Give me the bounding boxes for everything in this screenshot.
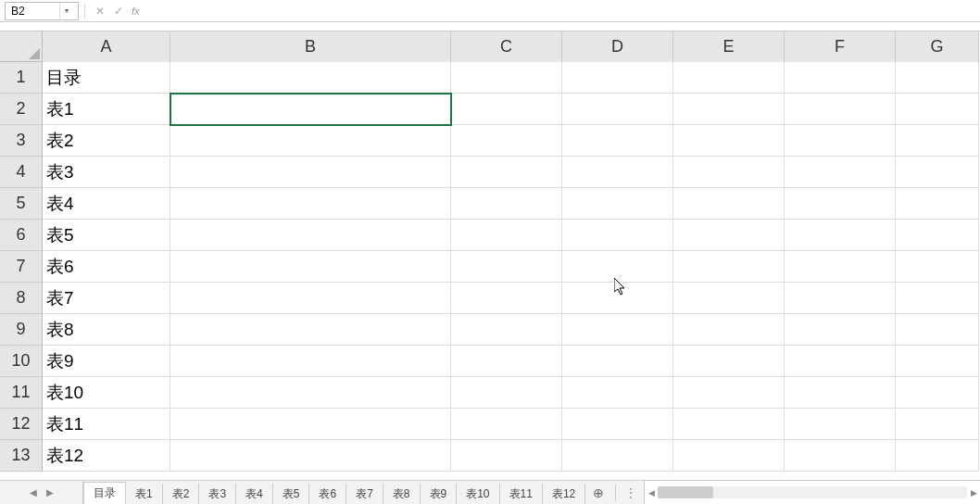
cell[interactable] [896, 283, 979, 314]
sheet-tab[interactable]: 表6 [309, 484, 346, 504]
cell[interactable] [785, 377, 896, 409]
cell[interactable] [562, 188, 673, 220]
cell[interactable] [673, 157, 785, 188]
sheet-tab[interactable]: 表10 [457, 484, 499, 504]
cell[interactable] [673, 251, 785, 283]
grid-body[interactable]: 目录表1表2表3表4表5表6表7表8表9表10表11表12 [43, 62, 979, 472]
cell[interactable] [896, 409, 979, 440]
select-all-corner[interactable] [0, 32, 43, 62]
sheet-tab[interactable]: 表1 [126, 484, 163, 504]
cell[interactable]: 表8 [43, 314, 170, 346]
row-header-10[interactable]: 10 [0, 346, 42, 377]
name-box-dropdown-icon[interactable]: ▾ [59, 3, 72, 19]
cell[interactable] [673, 377, 785, 409]
cell[interactable] [896, 220, 979, 251]
sheet-tab[interactable]: 目录 [83, 482, 126, 504]
cell[interactable] [170, 440, 451, 472]
nav-next-icon[interactable]: ▶ [44, 486, 57, 499]
cell[interactable]: 表7 [43, 283, 170, 314]
sheet-tab[interactable]: 表8 [383, 484, 421, 504]
cell[interactable] [451, 220, 562, 251]
cell[interactable] [451, 188, 562, 220]
cell[interactable] [896, 440, 979, 472]
cell[interactable] [673, 94, 785, 125]
fx-icon[interactable]: fx [132, 6, 140, 17]
cell[interactable] [562, 283, 673, 314]
row-header-2[interactable]: 2 [0, 94, 42, 125]
scroll-left-icon[interactable]: ◀ [645, 481, 658, 504]
cell[interactable]: 表2 [43, 125, 170, 157]
sheet-tab[interactable]: 表9 [421, 484, 458, 504]
cell[interactable] [451, 409, 562, 440]
cell[interactable] [170, 94, 451, 125]
row-header-5[interactable]: 5 [0, 188, 42, 220]
cell[interactable] [785, 94, 896, 125]
column-header-E[interactable]: E [673, 32, 785, 62]
cell[interactable] [170, 220, 451, 251]
cell[interactable] [673, 409, 785, 440]
cell[interactable] [170, 125, 451, 157]
sheet-tab[interactable]: 表2 [163, 484, 200, 504]
cell[interactable] [785, 62, 896, 94]
column-header-C[interactable]: C [451, 32, 562, 62]
cell[interactable] [896, 125, 979, 157]
cell[interactable] [451, 157, 562, 188]
cell[interactable] [673, 188, 785, 220]
cell[interactable] [673, 220, 785, 251]
cell[interactable] [170, 62, 451, 94]
cell[interactable] [673, 125, 785, 157]
cell[interactable] [896, 314, 979, 346]
cell[interactable] [562, 220, 673, 251]
cell[interactable] [562, 377, 673, 409]
column-header-G[interactable]: G [896, 32, 979, 62]
cell[interactable] [896, 62, 979, 94]
formula-input[interactable] [144, 2, 980, 20]
cell[interactable]: 表9 [43, 346, 170, 377]
cell[interactable] [896, 94, 979, 125]
tab-scroll-dots-icon[interactable]: ⋮ [620, 486, 644, 499]
row-header-8[interactable]: 8 [0, 283, 42, 314]
row-header-3[interactable]: 3 [0, 125, 42, 157]
nav-prev-icon[interactable]: ◀ [27, 486, 40, 499]
cell[interactable] [673, 283, 785, 314]
cell[interactable] [451, 440, 562, 472]
cell[interactable] [785, 283, 896, 314]
cell[interactable] [170, 188, 451, 220]
cell[interactable] [785, 346, 896, 377]
row-header-12[interactable]: 12 [0, 409, 42, 440]
cell[interactable] [170, 283, 451, 314]
cell[interactable] [170, 377, 451, 409]
cell[interactable] [896, 188, 979, 220]
cell[interactable]: 表1 [43, 94, 170, 125]
row-header-11[interactable]: 11 [0, 377, 42, 409]
row-header-1[interactable]: 1 [0, 62, 42, 94]
sheet-tab[interactable]: 表12 [543, 484, 585, 504]
cell[interactable] [785, 157, 896, 188]
confirm-button[interactable]: ✓ [109, 2, 128, 20]
cell[interactable]: 表10 [43, 377, 170, 409]
cell[interactable] [562, 409, 673, 440]
cell[interactable]: 表12 [43, 440, 170, 472]
row-header-7[interactable]: 7 [0, 251, 42, 283]
cell[interactable] [451, 314, 562, 346]
column-header-F[interactable]: F [785, 32, 896, 62]
cell[interactable] [896, 346, 979, 377]
row-header-6[interactable]: 6 [0, 220, 42, 251]
column-header-A[interactable]: A [43, 32, 170, 62]
cell[interactable] [896, 377, 979, 409]
column-header-D[interactable]: D [562, 32, 673, 62]
cell[interactable]: 目录 [43, 62, 170, 94]
cell[interactable] [673, 346, 785, 377]
cell[interactable] [562, 314, 673, 346]
sheet-tab[interactable]: 表5 [273, 484, 310, 504]
cell[interactable]: 表4 [43, 188, 170, 220]
cancel-button[interactable]: ✕ [91, 2, 109, 20]
cell[interactable] [562, 125, 673, 157]
cell[interactable] [562, 62, 673, 94]
cell[interactable] [170, 409, 451, 440]
cell[interactable]: 表6 [43, 251, 170, 283]
cell[interactable]: 表5 [43, 220, 170, 251]
cell[interactable] [451, 251, 562, 283]
cell[interactable] [673, 440, 785, 472]
cell[interactable] [170, 346, 451, 377]
